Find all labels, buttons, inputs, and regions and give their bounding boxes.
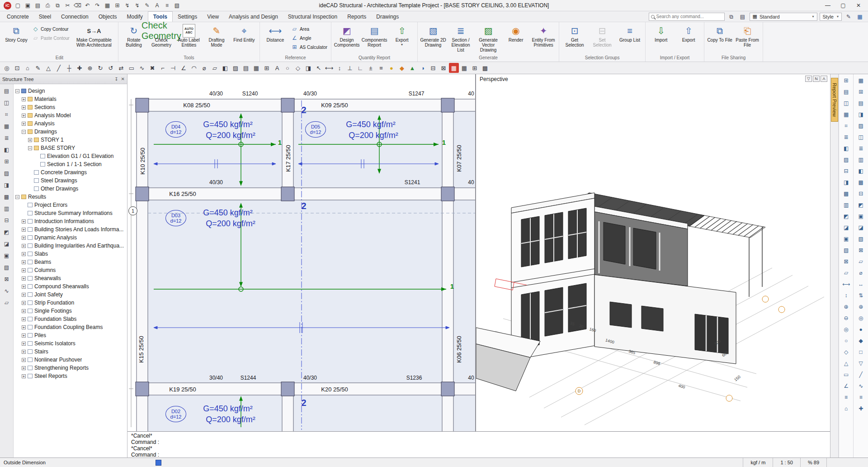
toolbar-icon[interactable]: ▣ (856, 212, 866, 220)
render-button[interactable]: ◉ Render (503, 23, 529, 43)
toolbar-icon[interactable]: ▥ (856, 155, 866, 164)
toolbar-icon[interactable]: ↕ (335, 63, 344, 73)
toolbar-icon[interactable]: ▥ (841, 200, 851, 209)
toolbar-icon[interactable]: △ (43, 63, 53, 73)
perspective-viewport[interactable]: Perspective ▽NA 353016014003658984003006… (476, 74, 830, 431)
toolbar-icon[interactable]: ⌂ (23, 63, 33, 73)
tree-item[interactable]: + STORY 1 (14, 136, 127, 144)
quick-access-button[interactable]: ▢ (13, 1, 23, 10)
tree-item[interactable]: + Shearwalls (14, 274, 127, 282)
tree-item[interactable]: Steel Drawings (14, 176, 127, 185)
components-report-button[interactable]: ▤ Components Report (361, 23, 387, 48)
toolbar-icon[interactable]: ⊠ (439, 63, 448, 73)
toolbar-icon[interactable]: ◧ (856, 167, 866, 175)
pages-icon[interactable]: ▤ (738, 13, 747, 21)
toolbar-icon[interactable]: ⊟ (2, 216, 11, 224)
expander-icon[interactable]: + (22, 317, 26, 321)
toolbar-icon[interactable]: ⊠ (841, 257, 851, 266)
toolbar-icon[interactable]: ▣ (841, 234, 851, 243)
toolbar-icon[interactable]: ◨ (856, 110, 866, 119)
tree-item[interactable]: + Piles (14, 331, 127, 339)
toolbar-icon[interactable]: ◆ (856, 336, 866, 345)
quick-access-button[interactable]: ↷ (93, 1, 102, 10)
tree-item[interactable]: + Introduction Informations (14, 217, 127, 225)
toolbar-icon[interactable]: △ (841, 359, 851, 367)
quick-access-button[interactable]: ⊞ (113, 1, 122, 10)
zoom-indicator[interactable]: % 89 (800, 458, 826, 467)
toolbar-icon[interactable]: ⟷ (324, 63, 334, 73)
toolbar-icon[interactable]: ○ (283, 63, 292, 73)
toolbar-icon[interactable]: ⊕ (856, 302, 866, 311)
get-selection-button[interactable]: ⊡ Get Selection (561, 23, 588, 48)
toolbar-icon[interactable]: ≣ (2, 134, 11, 142)
toolbar-icon[interactable]: ⊟ (841, 167, 851, 175)
toolbar-icon[interactable]: ≡ (856, 393, 866, 401)
toolbar-icon[interactable]: ⊖ (841, 314, 851, 322)
toolbar-icon[interactable]: ✚ (856, 404, 866, 413)
expander-icon[interactable]: + (22, 228, 26, 232)
tree-item[interactable]: + Foundation Coupling Beams (14, 323, 127, 331)
ribbon-tab[interactable]: Objects (94, 11, 122, 22)
expander-icon[interactable]: + (22, 105, 26, 110)
section-elevation-list-button[interactable]: ≣ Section / Elevation List (448, 23, 474, 52)
expander-icon[interactable]: + (22, 236, 26, 240)
toolbar-icon[interactable]: ✎ (33, 63, 43, 73)
toolbar-icon[interactable]: ⊠ (2, 275, 11, 283)
tree-item[interactable]: + Seismic Isolators (14, 339, 127, 348)
tree-item[interactable]: − Design (14, 87, 127, 95)
toolbar-icon[interactable]: ≡ (376, 63, 386, 73)
quick-access-button[interactable]: ▣ (23, 1, 33, 10)
toolbar-icon[interactable]: ▦ (449, 63, 459, 73)
toolbar-icon[interactable]: ⊞ (856, 87, 866, 96)
expander-icon[interactable]: + (22, 358, 26, 362)
toolbar-icon[interactable]: ⌗ (2, 110, 11, 119)
toolbar-icon[interactable]: ● (856, 325, 866, 334)
tree-item[interactable]: + Materials (14, 95, 127, 103)
toolbar-icon[interactable]: ◧ (2, 146, 11, 154)
expander-icon[interactable]: + (22, 293, 26, 297)
scale-indicator[interactable]: 1 : 50 (773, 458, 800, 467)
toolbar-icon[interactable]: ▧ (841, 246, 851, 254)
tree-item[interactable]: Structure Summary Informations (14, 209, 127, 217)
quick-access-button[interactable]: ✎ (142, 1, 152, 10)
tree-item[interactable]: + Stairs (14, 348, 127, 356)
tree-item[interactable]: + Analysis Model (14, 111, 127, 119)
toolbar-icon[interactable]: ↔ (856, 280, 866, 288)
expander-icon[interactable]: − (15, 195, 19, 199)
toolbar-icon[interactable]: ▩ (2, 193, 11, 201)
toolbar-icon[interactable]: ▤ (2, 87, 11, 95)
search-input[interactable] (656, 14, 722, 19)
drafting-mode-button[interactable]: ✎ Drafting Mode (203, 23, 230, 48)
area-button[interactable]: ▱ Area (290, 25, 329, 33)
tree-item[interactable]: + Columns (14, 266, 127, 274)
expander-icon[interactable]: + (22, 114, 26, 118)
find-entity-button[interactable]: ⌖ Find Entity (231, 23, 257, 43)
expander-icon[interactable]: + (22, 342, 26, 346)
tree-item[interactable]: + Analysis (14, 119, 127, 128)
toolbar-icon[interactable]: ◧ (841, 144, 851, 152)
ribbon-tab[interactable]: Concrete (2, 11, 34, 22)
toolbar-icon[interactable]: ◧ (220, 63, 230, 73)
toolbar-icon[interactable]: ◠ (189, 63, 199, 73)
tree-item[interactable]: Project Errors (14, 201, 127, 209)
ribbon-tab[interactable]: Drawings (371, 11, 404, 22)
toolbar-icon[interactable]: ● (387, 63, 396, 73)
toolbar-icon[interactable]: ⊞ (262, 63, 272, 73)
tree-item[interactable]: Elevation G1 / G1 Elevation (14, 152, 127, 160)
toolbar-icon[interactable]: ∟ (355, 63, 365, 73)
quick-access-button[interactable]: ⎙ (43, 1, 52, 10)
toolbar-icon[interactable]: ▱ (856, 257, 866, 266)
toolbar-icon[interactable]: ⌂ (841, 404, 851, 413)
tree-item[interactable]: + Dynamic Analysis (14, 234, 127, 242)
toolbar-icon[interactable]: ▦ (459, 63, 469, 73)
toolbar-icon[interactable]: ⟷ (841, 280, 851, 288)
expander-icon[interactable]: − (22, 130, 26, 134)
toolbar-icon[interactable]: ▤ (856, 99, 866, 107)
toolbar-icon[interactable]: ⊕ (841, 302, 851, 311)
expander-icon[interactable]: + (22, 219, 26, 224)
ribbon-tab[interactable]: Reports (342, 11, 371, 22)
auto-label-entities-button[interactable]: AUTO ABC Auto Label Entities (176, 23, 202, 48)
toolbar-icon[interactable]: ◫ (841, 99, 851, 107)
toolbar-icon[interactable]: ≣ (841, 133, 851, 141)
viewport-toggle-button[interactable]: A (821, 76, 827, 82)
